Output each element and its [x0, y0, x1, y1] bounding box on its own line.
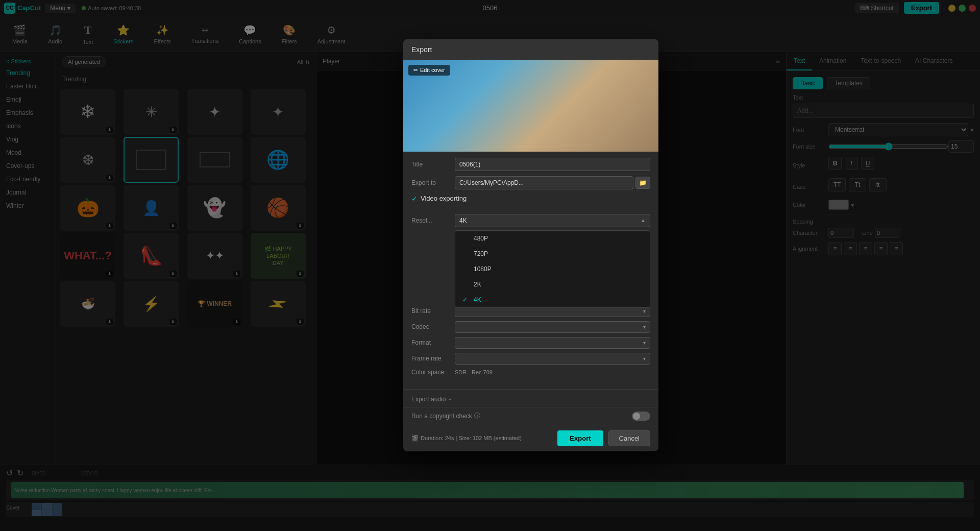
res-option-480p[interactable]: 480P	[455, 231, 650, 246]
cover-preview[interactable]: ✏ Edit cover	[403, 60, 658, 152]
resolution-dropdown: 480P 720P 1080P 2K	[455, 230, 650, 308]
copyright-label: Run a copyright check ⓘ	[411, 412, 480, 420]
format-row: Format ▾	[411, 337, 650, 349]
resolution-value: 4K	[459, 217, 467, 224]
format-label: Format	[411, 339, 455, 346]
frame-rate-select[interactable]: ▾	[455, 353, 650, 365]
duration-info: 🎬 Duration: 24s | Size: 102 MB (estimate…	[411, 435, 522, 442]
bit-rate-arrow: ▾	[643, 308, 646, 314]
resolution-label: Resol...	[411, 217, 455, 224]
res-label: 4K	[474, 296, 481, 303]
dialog-header: Export	[403, 39, 658, 60]
dialog-footer: 🎬 Duration: 24s | Size: 102 MB (estimate…	[403, 425, 658, 451]
export-to-row: Export to 📁	[411, 176, 650, 189]
copyright-toggle[interactable]	[632, 412, 650, 421]
resolution-row: Resol... 4K ▲ 480P 720P	[411, 214, 650, 227]
copyright-row: Run a copyright check ⓘ	[403, 407, 658, 425]
audio-section: Export audio ~	[403, 394, 658, 407]
export-audio-toggle[interactable]: Export audio ~	[411, 396, 650, 403]
res-label: 720P	[474, 250, 488, 257]
frame-rate-row: Frame rate ▾	[411, 353, 650, 365]
toggle-knob	[633, 413, 640, 420]
format-arrow: ▾	[643, 340, 646, 346]
codec-label: Codec	[411, 323, 455, 330]
res-label: 480P	[474, 235, 488, 242]
res-option-720p[interactable]: 720P	[455, 246, 650, 261]
resolution-dropdown-arrow: ▲	[641, 218, 646, 223]
res-label: 2K	[474, 281, 481, 288]
export-path-input[interactable]	[455, 176, 633, 189]
bit-rate-label: Bit rate	[411, 307, 455, 315]
title-input[interactable]	[455, 158, 650, 171]
frame-rate-arrow: ▾	[643, 356, 646, 361]
folder-browse-button[interactable]: 📁	[635, 177, 650, 189]
video-exporting-header: ✓ Video exporting	[411, 195, 650, 203]
divider	[403, 389, 658, 390]
form-section: Title Export to 📁 ✓ Video exporting	[403, 152, 658, 214]
export-to-label: Export to	[411, 179, 455, 186]
dialog-actions: Export Cancel	[557, 430, 650, 446]
color-space-row: Color space: SDR - Rec.709	[411, 369, 650, 376]
codec-arrow: ▾	[643, 324, 646, 330]
check-icon: ✓	[462, 296, 470, 303]
res-option-1080p[interactable]: 1080P	[455, 261, 650, 277]
res-label: 1080P	[474, 266, 492, 273]
color-space-value: SDR - Rec.709	[455, 369, 493, 375]
audio-label: Export audio ~	[411, 396, 451, 403]
export-dialog: Export ✏ Edit cover Title Export to	[403, 39, 658, 451]
film-icon: 🎬	[411, 435, 419, 442]
title-row: Title	[411, 158, 650, 171]
title-label: Title	[411, 161, 455, 168]
edit-icon: ✏	[413, 67, 418, 74]
codec-row: Codec ▾	[411, 321, 650, 333]
export-confirm-button[interactable]: Export	[557, 430, 603, 446]
res-option-4k[interactable]: ✓ 4K	[455, 292, 650, 307]
format-select[interactable]: ▾	[455, 337, 650, 349]
info-icon: ⓘ	[474, 412, 480, 420]
dialog-body: ✏ Edit cover Title Export to 📁 ✓ Video e…	[403, 60, 658, 451]
edit-cover-button[interactable]: ✏ Edit cover	[408, 65, 450, 76]
res-option-2k[interactable]: 2K	[455, 277, 650, 292]
codec-select[interactable]: ▾	[455, 321, 650, 333]
video-exporting-label: Video exporting	[421, 195, 467, 202]
color-space-label: Color space:	[411, 369, 455, 376]
resolution-select[interactable]: 4K ▲	[455, 214, 650, 227]
export-overlay: Export ✏ Edit cover Title Export to	[0, 0, 980, 531]
export-form: Resol... 4K ▲ 480P 720P	[403, 214, 658, 385]
cancel-button[interactable]: Cancel	[608, 430, 650, 446]
frame-rate-label: Frame rate	[411, 355, 455, 362]
duration-text: Duration: 24s | Size: 102 MB (estimated)	[421, 435, 522, 441]
check-icon: ✓	[411, 195, 418, 203]
